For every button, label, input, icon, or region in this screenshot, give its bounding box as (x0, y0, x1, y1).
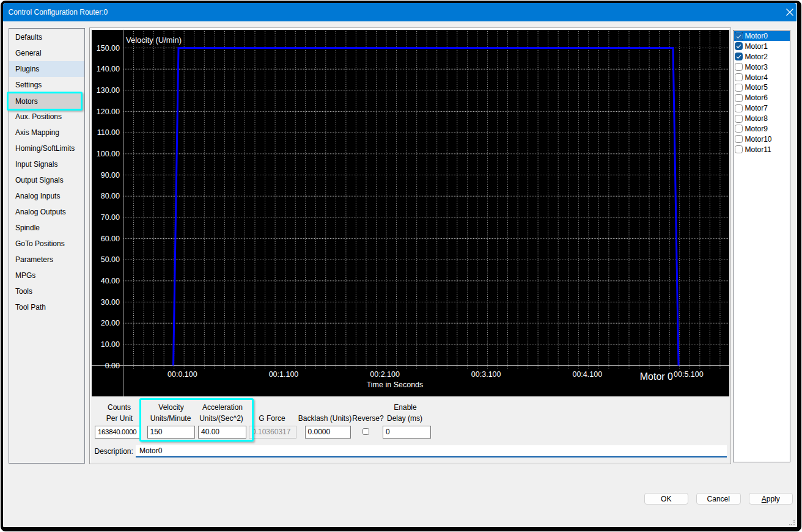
svg-text:70.00: 70.00 (101, 213, 120, 222)
svg-text:90.00: 90.00 (101, 171, 120, 180)
svg-text:00:2.100: 00:2.100 (370, 370, 400, 379)
svg-text:0.00: 0.00 (105, 362, 120, 370)
svg-text:20.00: 20.00 (101, 319, 120, 327)
svg-text:100.00: 100.00 (97, 150, 120, 158)
svg-text:Time in Seconds: Time in Seconds (367, 381, 424, 389)
svg-text:Velocity (U/min): Velocity (U/min) (126, 35, 182, 45)
svg-text:110.00: 110.00 (97, 128, 120, 137)
svg-text:150.00: 150.00 (97, 44, 120, 53)
svg-text:60.00: 60.00 (101, 235, 120, 243)
svg-text:140.00: 140.00 (97, 65, 120, 73)
svg-text:30.00: 30.00 (101, 298, 120, 307)
svg-text:00:1.100: 00:1.100 (269, 370, 299, 379)
svg-text:00:3.100: 00:3.100 (471, 370, 501, 379)
svg-text:Motor 0: Motor 0 (640, 371, 673, 382)
svg-text:80.00: 80.00 (101, 192, 120, 200)
svg-text:40.00: 40.00 (101, 277, 120, 285)
svg-text:130.00: 130.00 (97, 86, 120, 95)
svg-text:00:4.100: 00:4.100 (572, 370, 602, 379)
svg-text:120.00: 120.00 (97, 107, 120, 116)
svg-text:50.00: 50.00 (101, 255, 120, 264)
svg-text:00:5.100: 00:5.100 (674, 370, 704, 379)
svg-text:00:0.100: 00:0.100 (167, 370, 197, 379)
svg-text:10.00: 10.00 (101, 340, 120, 349)
